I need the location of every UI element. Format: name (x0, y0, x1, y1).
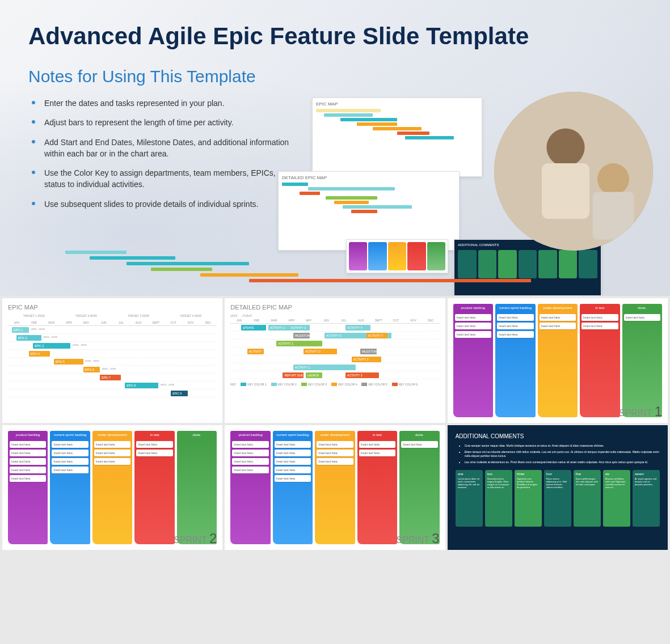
target: TARGET 2 00/00 (60, 314, 112, 317)
note-item: Add Start and End Dates, Milestone Dates… (28, 137, 289, 160)
activity-bar: LAUNCH 07/11 (306, 372, 322, 378)
sprint-card: Insert text here. (232, 450, 268, 456)
sprint-card: Insert text here. (317, 450, 353, 456)
month: MAY (300, 317, 318, 323)
epic-row: EPIC 600/00 – 00/00 (8, 366, 217, 374)
slide-title: DETAILED EPIC MAP (230, 304, 439, 311)
sprint-card: Insert text here. (52, 441, 88, 448)
box-text: Venenatis lectus magna fringilla. Vitae … (487, 477, 510, 489)
slide-title: EPIC MAP (8, 304, 217, 311)
slide-grid: EPIC MAP TARGET 1 00/00 TARGET 2 00/00 T… (0, 296, 670, 552)
column-header: in test (357, 431, 397, 439)
sprint-column: done.Insert text here. (399, 431, 439, 544)
sprint-card: Insert text here. (52, 467, 88, 473)
column-body: Insert text here.Insert text here.Insert… (495, 312, 535, 417)
epic-bar: EPIC 2 (16, 335, 41, 341)
comment-item: Etiam tempor orci eu lobortis elementum … (465, 450, 660, 458)
epic-note: 00/00 – 00/00 (85, 359, 99, 362)
sprint-card: Insert text here. (136, 450, 172, 456)
sprint-column: in testInsert text here.Insert text here… (357, 431, 397, 544)
sprint-card: Insert text here. (10, 458, 46, 465)
column-header: current sprint backlog (273, 431, 313, 439)
activity-bar: UPDATE RELEASE 01/02 (241, 325, 266, 331)
note-item: Enter the dates and tasks represented in… (28, 98, 289, 109)
column-body: Insert text here.Insert text here.Insert… (453, 312, 493, 417)
column-header: product backlog (8, 431, 48, 439)
column-header: product backlog (453, 304, 493, 312)
sprint-card: Insert text here. (455, 314, 491, 321)
column-body: Insert text here.Insert text here. (580, 312, 620, 417)
comment-item: Cras semper auctor neque vitae. Morbi tr… (465, 444, 660, 448)
month: OCT (387, 317, 405, 323)
slide-comments: ADDITIONAL COMMENTS Cras semper auctor n… (448, 425, 668, 550)
sprint-card: Insert text here. (624, 314, 660, 321)
key-item: KEY COLOR 2 (271, 383, 297, 386)
sprint-column: under developmentInsert text here.Insert… (538, 304, 578, 417)
box-title: three (517, 472, 540, 476)
note-item: Use subsequent slides to provide details… (28, 198, 289, 210)
activity-row: MILESTONE ONEACTIVITY 6ACTIVITY 7 (230, 332, 439, 340)
column-body: Insert text here. (399, 439, 439, 544)
activity-row: ACTIVITY 1 (230, 363, 439, 371)
epic-note: 00/00 – 00/00 (102, 367, 116, 370)
comments-list: Cras semper auctor neque vitae. Morbi tr… (456, 444, 660, 464)
sprint-card: Insert text here. (275, 467, 311, 473)
activity-bar: ACTIVITY 5 (352, 357, 381, 362)
month: MAY (78, 320, 95, 325)
target: TARGET 4 00/00 (165, 314, 217, 317)
sprint-card: Insert text here. (52, 450, 88, 456)
target: TARGET 1 00/00 (8, 314, 60, 317)
activity-bar: ACTIVITY 7 (366, 333, 387, 338)
sprint-card: Insert text here. (10, 475, 46, 482)
sprint-card: Insert text here. (94, 450, 130, 456)
month: JUN (95, 320, 112, 325)
sprint-card: Insert text here. (401, 441, 437, 448)
sprint-column: current sprint backlogInsert text here.I… (50, 431, 90, 544)
sprint-card: Insert text here. (497, 331, 533, 338)
slide-sprint-1: product backlogInsert text here.Insert t… (448, 298, 668, 423)
sprint-card: Insert text here. (540, 323, 576, 329)
sprint-column: current sprint backlogInsert text here.I… (495, 304, 535, 417)
sprint-card: Insert text here. (540, 314, 576, 321)
sprint-column: done. (177, 431, 217, 544)
targets-row: TARGET 1 00/00 TARGET 2 00/00 TARGET 3 0… (8, 314, 217, 317)
epic-row: EPIC 500/00 – 00/00 (8, 358, 217, 366)
epic-row: EPIC 9 (8, 389, 217, 397)
month: AUG (130, 320, 148, 325)
key-label: KEY (230, 383, 236, 386)
sprint-card: Insert text here. (232, 441, 268, 448)
month: APR (60, 320, 78, 325)
comment-item: Leo urna molestie at elementum eu. Proin… (465, 460, 660, 464)
main-title: Advanced Agile Epic Feature Slide Templa… (28, 23, 642, 50)
month: DEC (200, 320, 217, 325)
sprint-card: Insert text here. (10, 441, 46, 448)
key-item: KEY COLOR 6 (392, 383, 418, 386)
box-title: seven (635, 472, 658, 476)
month: APR (283, 317, 300, 323)
epic-bar: EPIC 4 (29, 351, 50, 357)
month: JAN (230, 317, 248, 323)
activity-bar: MILESTONE TWO (360, 349, 377, 354)
column-body: Insert text here.Insert text here. (357, 439, 397, 544)
sprint-card: Insert text here. (136, 441, 172, 448)
box-title: four (546, 472, 569, 476)
column-body: Insert text here.Insert text here.Insert… (230, 439, 270, 544)
sprint-card: Insert text here. (581, 323, 618, 329)
hero-slide: Advanced Agile Epic Feature Slide Templa… (0, 0, 670, 296)
sprint-card: Insert text here. (94, 441, 130, 448)
column-header: done. (177, 431, 217, 439)
sprint-card: Insert text here. (10, 467, 46, 473)
svg-rect-4 (593, 192, 634, 239)
column-header: in test (580, 304, 620, 312)
svg-point-1 (546, 128, 584, 166)
activity-bar: ACTIVITY 1 (293, 365, 356, 370)
sprint-card: Insert text here. (455, 323, 491, 329)
mini-detailed-map: DETAILED EPIC MAP (278, 171, 460, 251)
column-header: current sprint backlog (50, 431, 90, 439)
activity-bar: ACTIVITY 3 (345, 372, 379, 378)
column-body (177, 439, 217, 544)
month: MAR (266, 317, 283, 323)
epic-bar: EPIC 5 (54, 359, 83, 365)
activity-bar: ACTIVITY 4 (345, 325, 370, 331)
epic-row: EPIC 4 (8, 350, 217, 358)
